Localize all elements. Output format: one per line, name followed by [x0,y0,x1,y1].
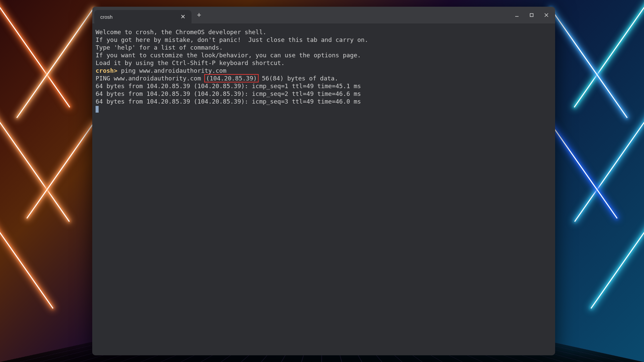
close-icon [544,13,549,17]
terminal-cursor [96,106,99,113]
entered-command: ping www.androidauthority.com [117,67,226,74]
minimize-icon [515,13,519,17]
titlebar[interactable]: crosh ✕ + [92,7,555,23]
new-tab-button[interactable]: + [194,10,204,20]
terminal-text-line: Welcome to crosh, the ChromeOS developer… [96,28,552,36]
ip-address-highlight: (104.20.85.39) [204,74,259,82]
ping-reply-line: 64 bytes from 104.20.85.39 (104.20.85.39… [96,82,552,90]
terminal-text-line: Type 'help' for a list of commands. [96,44,552,51]
minimize-button[interactable] [511,9,523,21]
close-window-button[interactable] [540,9,552,21]
tab-title: crosh [100,14,113,20]
tab-crosh[interactable]: crosh ✕ [94,10,192,23]
shell-prompt: crosh> [96,67,117,74]
svg-rect-1 [530,14,533,17]
terminal-window: crosh ✕ + Welcome to crosh, the ChromeOS… [92,7,555,355]
terminal-text-line: If you want to customize the look/behavi… [96,51,552,59]
ping-reply-line: 64 bytes from 104.20.85.39 (104.20.85.39… [96,98,552,105]
ping-reply-line: 64 bytes from 104.20.85.39 (104.20.85.39… [96,90,552,98]
terminal-text-line: If you got here by mistake, don't panic!… [96,36,552,44]
maximize-icon [529,13,534,17]
maximize-button[interactable] [526,9,538,21]
terminal-output[interactable]: Welcome to crosh, the ChromeOS developer… [92,23,555,355]
terminal-text-line: Load it by using the Ctrl-Shift-P keyboa… [96,59,552,67]
close-tab-icon[interactable]: ✕ [179,12,187,21]
ping-header-line: PING www.androidauthority.com (104.20.85… [96,74,552,82]
